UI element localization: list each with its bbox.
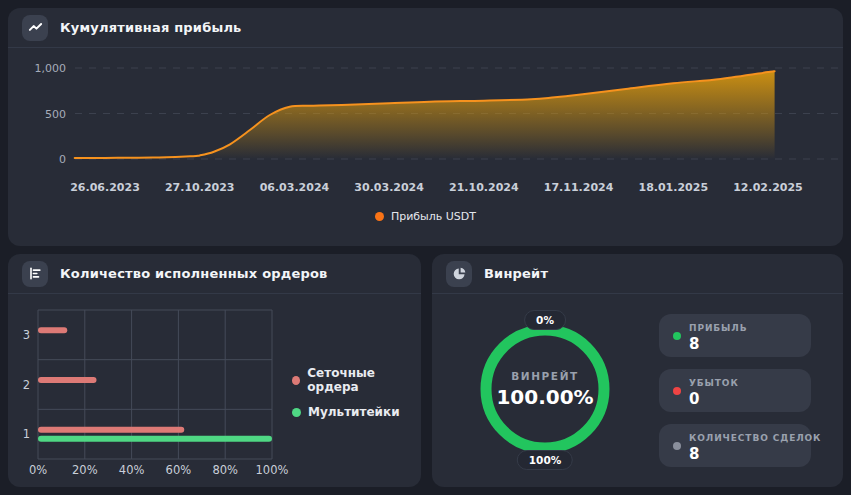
svg-text:12.02.2025: 12.02.2025	[733, 181, 803, 194]
winrate-gauge: ВИНРЕЙТ 100.00% 0% 100%	[470, 304, 620, 474]
panel-header: Винрейт	[432, 254, 843, 294]
legend-dot	[292, 376, 300, 385]
svg-text:100%: 100%	[256, 463, 289, 477]
stat-label: КОЛИЧЕСТВО СДЕЛОК	[689, 433, 821, 443]
pie-chart-icon	[446, 261, 472, 287]
svg-text:60%: 60%	[166, 463, 192, 477]
svg-text:40%: 40%	[119, 463, 145, 477]
profit-status-dot	[673, 332, 681, 340]
trades-status-dot	[673, 442, 681, 450]
executed-orders-panel: Количество исполненных ордеров 0%20%40%6…	[8, 254, 421, 487]
legend-item-orders[interactable]: Мультитейки	[292, 405, 421, 419]
stat-value: 0	[689, 390, 699, 408]
stat-label: ПРИБЫЛЬ	[689, 323, 747, 333]
panel-title: Винрейт	[484, 266, 548, 281]
legend-dot	[375, 212, 384, 221]
panel-title: Кумулятивная прибыль	[60, 20, 242, 35]
line-chart-icon	[22, 15, 48, 41]
svg-text:1: 1	[23, 427, 30, 441]
svg-text:2: 2	[23, 378, 30, 392]
winrate-panel: Винрейт ВИНРЕЙТ 100.00% 0% 100% ПРИБЫЛЬ …	[432, 254, 843, 487]
cumulative-profit-chart[interactable]: 1,000500026.06.202327.10.202306.03.20243…	[8, 55, 843, 200]
stat-value: 8	[689, 445, 699, 463]
svg-text:27.10.2023: 27.10.2023	[165, 181, 235, 194]
stat-label: УБЫТОК	[689, 378, 739, 388]
stat-value: 8	[689, 335, 699, 353]
svg-text:06.03.2024: 06.03.2024	[260, 181, 330, 194]
gauge-max-badge: 100%	[517, 450, 573, 470]
svg-text:17.11.2024: 17.11.2024	[544, 181, 614, 194]
stat-card-trades-count: КОЛИЧЕСТВО СДЕЛОК 8	[659, 424, 811, 467]
panel-title: Количество исполненных ордеров	[60, 266, 328, 281]
profit-chart-legend: Прибыль USDT	[8, 210, 843, 223]
svg-text:21.10.2024: 21.10.2024	[449, 181, 519, 194]
loss-status-dot	[673, 387, 681, 395]
legend-item-profit-usdt[interactable]: Прибыль USDT	[375, 210, 476, 223]
svg-text:80%: 80%	[212, 463, 238, 477]
gauge-label: ВИНРЕЙТ	[511, 370, 579, 382]
svg-text:30.03.2024: 30.03.2024	[354, 181, 424, 194]
executed-orders-chart[interactable]: 0%20%40%60%80%100%321	[16, 296, 306, 481]
svg-text:1,000: 1,000	[35, 62, 67, 75]
stat-card-profit: ПРИБЫЛЬ 8	[659, 314, 811, 357]
svg-text:18.01.2025: 18.01.2025	[638, 181, 708, 194]
svg-text:26.06.2023: 26.06.2023	[70, 181, 140, 194]
svg-text:0: 0	[59, 153, 66, 166]
orders-chart-legend: Сеточные ордераМультитейки	[292, 366, 421, 419]
legend-label: Мультитейки	[308, 405, 400, 419]
cumulative-profit-panel: Кумулятивная прибыль 1,000500026.06.2023…	[8, 8, 843, 246]
stat-card-loss: УБЫТОК 0	[659, 369, 811, 412]
gauge-min-badge: 0%	[524, 310, 566, 330]
legend-label: Прибыль USDT	[391, 210, 476, 223]
panel-header: Кумулятивная прибыль	[8, 8, 843, 48]
gauge-value: 100.00%	[496, 385, 593, 409]
bar-chart-horizontal-icon	[22, 261, 48, 287]
panel-header: Количество исполненных ордеров	[8, 254, 421, 294]
legend-dot	[292, 408, 301, 417]
svg-text:3: 3	[23, 328, 30, 342]
legend-item-orders[interactable]: Сеточные ордера	[292, 366, 421, 394]
svg-text:20%: 20%	[72, 463, 98, 477]
legend-label: Сеточные ордера	[307, 366, 421, 394]
svg-text:500: 500	[45, 108, 66, 121]
svg-text:0%: 0%	[29, 463, 47, 477]
